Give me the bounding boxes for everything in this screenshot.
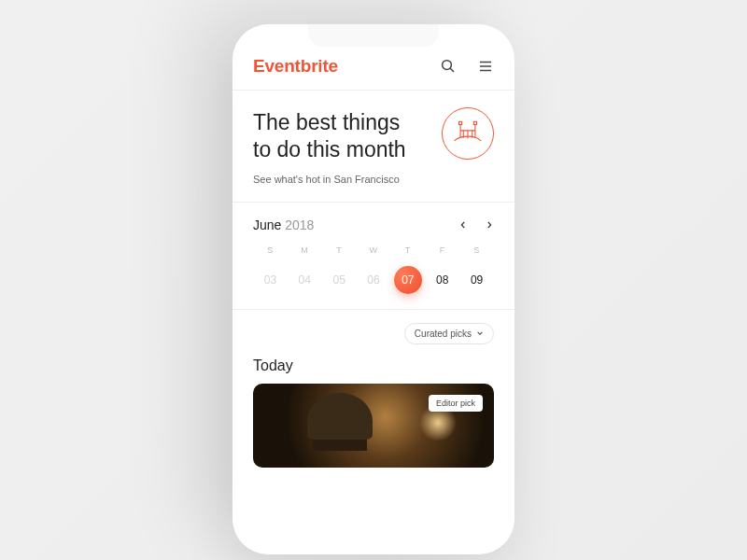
calendar-nav bbox=[458, 217, 494, 231]
calendar-dow-row: S M T W T F S bbox=[253, 245, 494, 255]
dow-label: F bbox=[425, 245, 459, 255]
city-badge-icon[interactable] bbox=[442, 107, 494, 160]
app-screen: Eventbrite The best things to do this mo… bbox=[233, 24, 514, 554]
svg-line-1 bbox=[450, 68, 454, 72]
menu-icon[interactable] bbox=[477, 58, 494, 75]
content-section: Curated picks Today Editor pick bbox=[233, 310, 514, 468]
calendar-month: June bbox=[253, 217, 281, 232]
filter-label: Curated picks bbox=[415, 329, 472, 339]
dow-label: W bbox=[357, 245, 391, 255]
event-card-art bbox=[307, 393, 373, 440]
section-title-today: Today bbox=[253, 357, 494, 374]
svg-rect-8 bbox=[473, 121, 476, 124]
hero-subtitle: See what's hot in San Francisco bbox=[253, 174, 494, 185]
svg-point-0 bbox=[443, 61, 452, 70]
calendar-next-button[interactable] bbox=[485, 217, 494, 231]
dow-label: S bbox=[253, 245, 288, 255]
hero-title: The best things to do this month bbox=[253, 109, 412, 164]
filter-row: Curated picks bbox=[253, 323, 494, 344]
event-card[interactable]: Editor pick bbox=[253, 384, 494, 468]
calendar-day[interactable]: 03 bbox=[253, 264, 288, 296]
chevron-down-icon bbox=[476, 329, 484, 339]
calendar-prev-button[interactable] bbox=[458, 217, 468, 231]
device-notch bbox=[308, 24, 439, 47]
dow-label: M bbox=[288, 245, 322, 255]
search-icon[interactable] bbox=[440, 58, 457, 75]
filter-dropdown[interactable]: Curated picks bbox=[404, 323, 494, 344]
calendar-year: 2018 bbox=[285, 217, 314, 232]
calendar-day[interactable]: 05 bbox=[322, 264, 357, 296]
calendar-days-row: 03 04 05 06 07 08 09 bbox=[253, 264, 494, 296]
calendar-day[interactable]: 09 bbox=[459, 264, 494, 296]
editor-pick-badge: Editor pick bbox=[429, 395, 483, 412]
hero-section: The best things to do this month See wha… bbox=[233, 91, 514, 203]
header-actions bbox=[440, 58, 494, 75]
brand-logo[interactable]: Eventbrite bbox=[253, 56, 338, 77]
calendar-header: June 2018 bbox=[253, 217, 494, 232]
dow-label: T bbox=[322, 245, 357, 255]
calendar-day[interactable]: 06 bbox=[357, 264, 391, 296]
calendar-day-selected[interactable]: 07 bbox=[390, 264, 425, 296]
calendar: June 2018 S M T W T F S bbox=[233, 203, 514, 310]
calendar-day[interactable]: 04 bbox=[288, 264, 322, 296]
calendar-month-label[interactable]: June 2018 bbox=[253, 217, 314, 232]
phone-frame: Eventbrite The best things to do this mo… bbox=[233, 24, 514, 554]
calendar-day[interactable]: 08 bbox=[425, 264, 459, 296]
dow-label: S bbox=[459, 245, 494, 255]
svg-rect-7 bbox=[459, 121, 462, 124]
dow-label: T bbox=[390, 245, 425, 255]
